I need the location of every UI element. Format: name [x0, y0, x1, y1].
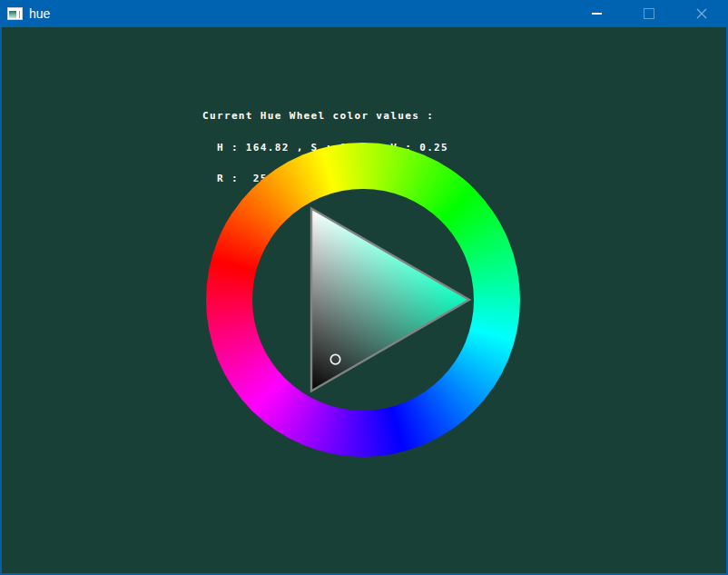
minimize-button[interactable]	[570, 0, 623, 27]
maximize-button[interactable]	[623, 0, 675, 27]
window-title: hue	[29, 0, 50, 27]
maximize-icon	[644, 8, 654, 19]
close-icon	[696, 8, 707, 19]
titlebar[interactable]: hue	[0, 0, 728, 27]
minimize-icon	[592, 13, 602, 15]
app-window: hue Current Hue Wheel color values : H :…	[0, 0, 728, 575]
window-controls	[570, 0, 728, 27]
canvas: Current Hue Wheel color values : H : 164…	[2, 27, 726, 573]
app-icon	[7, 7, 23, 20]
close-button[interactable]	[675, 0, 728, 27]
sv-triangle-overlay	[2, 27, 726, 573]
